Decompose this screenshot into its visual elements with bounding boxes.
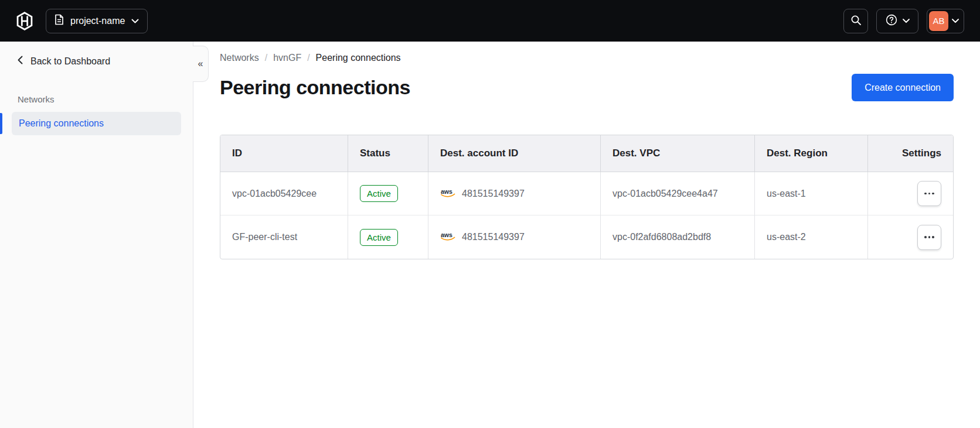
table-header-row: ID Status Dest. account ID Dest. VPC Des… [220, 135, 953, 172]
topbar: project-name [0, 0, 980, 42]
aws-icon: aws [440, 231, 456, 244]
settings-cell [868, 215, 953, 259]
chevron-down-icon [131, 19, 139, 23]
settings-menu-button[interactable] [917, 225, 941, 250]
topbar-actions: AB [843, 9, 964, 33]
active-indicator [0, 113, 2, 134]
breadcrumb-item-hvngf[interactable]: hvnGF [273, 53, 301, 63]
dest-account-cell: aws 481515149397 [428, 215, 601, 259]
status-badge: Active [360, 185, 398, 202]
peering-id-cell: vpc-01acb05429cee [220, 172, 348, 215]
peering-connections-table: ID Status Dest. account ID Dest. VPC Des… [220, 135, 954, 259]
hashicorp-logo-icon [16, 12, 33, 30]
page-title: Peering connections [220, 76, 410, 99]
chevron-left-icon [18, 56, 23, 67]
sidebar-item-label: Peering connections [19, 118, 104, 129]
user-menu-button[interactable]: AB [927, 9, 964, 33]
search-icon [850, 15, 862, 28]
dest-region-cell: us-east-2 [755, 215, 868, 259]
status-cell: Active [348, 215, 428, 259]
breadcrumb-item-current: Peering connections [316, 53, 401, 63]
search-button[interactable] [843, 9, 868, 33]
avatar: AB [929, 11, 948, 31]
column-header-settings: Settings [868, 135, 953, 172]
project-selector[interactable]: project-name [46, 9, 148, 33]
help-icon [886, 14, 897, 28]
dest-vpc-cell: vpc-01acb05429cee4a47 [601, 172, 755, 215]
dest-region-cell: us-east-1 [755, 172, 868, 215]
main-content: Networks / hvnGF / Peering connections P… [193, 42, 980, 428]
help-menu-button[interactable] [876, 9, 918, 33]
status-cell: Active [348, 172, 428, 215]
collapse-sidebar-button[interactable]: « [193, 46, 209, 82]
svg-text:aws: aws [441, 187, 452, 194]
settings-menu-button[interactable] [917, 181, 941, 206]
breadcrumb-separator: / [307, 53, 309, 63]
document-icon [55, 14, 64, 28]
breadcrumb-separator: / [265, 53, 267, 63]
project-selector-label: project-name [70, 16, 125, 26]
column-header-dest-account-id: Dest. account ID [428, 135, 601, 172]
column-header-dest-region: Dest. Region [755, 135, 868, 172]
chevron-down-icon [952, 19, 959, 23]
svg-text:aws: aws [441, 231, 452, 238]
aws-icon: aws [440, 187, 456, 200]
sidebar: Back to Dashboard Networks Peering conne… [0, 42, 193, 428]
column-header-dest-vpc: Dest. VPC [601, 135, 755, 172]
chevron-double-left-icon: « [198, 59, 203, 69]
back-to-dashboard-link[interactable]: Back to Dashboard [18, 56, 110, 67]
table-body: vpc-01acb05429cee Active aws 48151514939… [220, 172, 953, 259]
status-badge: Active [360, 229, 398, 246]
dest-account-cell: aws 481515149397 [428, 172, 601, 215]
breadcrumb: Networks / hvnGF / Peering connections [220, 53, 954, 63]
sidebar-section-label: Networks [18, 94, 193, 104]
settings-cell [868, 172, 953, 215]
peering-id-cell: GF-peer-cli-test [220, 215, 348, 259]
create-connection-button[interactable]: Create connection [852, 74, 954, 101]
table-row: vpc-01acb05429cee Active aws 48151514939… [220, 172, 953, 215]
chevron-down-icon [903, 19, 910, 23]
ellipsis-icon [924, 193, 934, 195]
column-header-status: Status [348, 135, 428, 172]
ellipsis-icon [924, 236, 934, 238]
sidebar-item-peering-connections[interactable]: Peering connections [12, 112, 181, 135]
table-row: GF-peer-cli-test Active aws 481515149397… [220, 215, 953, 259]
dest-vpc-cell: vpc-0f2afd6808ad2bdf8 [601, 215, 755, 259]
column-header-id: ID [220, 135, 348, 172]
back-to-dashboard-label: Back to Dashboard [30, 56, 110, 67]
breadcrumb-item-networks[interactable]: Networks [220, 53, 259, 63]
